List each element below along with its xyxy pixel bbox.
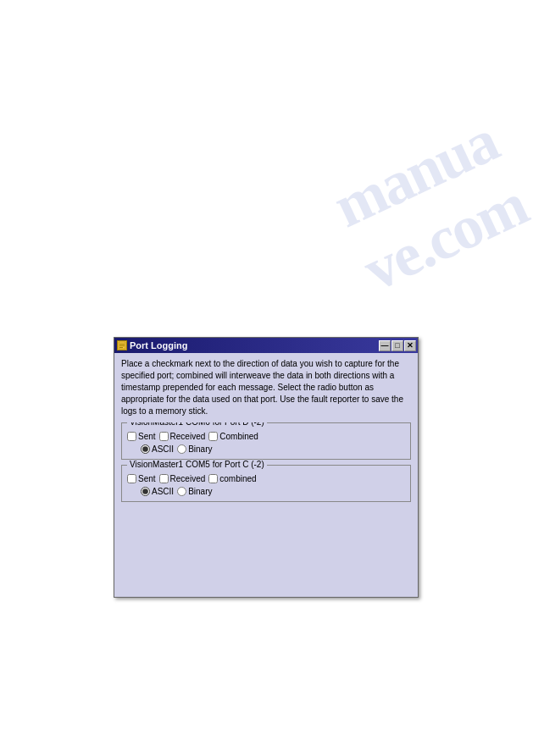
ascii-label-1: ASCII <box>152 444 174 454</box>
group-port-d: VisionMaster1 COM6 for Port D (-2) Sent … <box>121 422 411 460</box>
ascii-input-1[interactable] <box>141 444 150 454</box>
dialog-icon <box>117 340 127 350</box>
checkbox-row-2: Sent Received combined <box>127 474 405 483</box>
received-label-2: Received <box>170 474 206 483</box>
svg-rect-1 <box>119 344 125 345</box>
binary-label-2: Binary <box>188 487 212 496</box>
port-logging-dialog: Port Logging — □ ✕ Place a checkmark nex… <box>114 337 419 598</box>
svg-rect-3 <box>119 347 123 348</box>
minimize-button[interactable]: — <box>379 340 391 351</box>
group-legend-1: VisionMaster1 COM6 for Port D (-2) <box>127 422 267 427</box>
sent-input-2[interactable] <box>127 474 136 483</box>
sent-checkbox-1[interactable]: Sent <box>127 432 156 441</box>
radio-row-2: ASCII Binary <box>141 487 405 496</box>
combined-label-1: Combined <box>219 432 258 441</box>
sent-label-1: Sent <box>138 432 156 441</box>
watermark: manuave.com <box>323 106 533 306</box>
combined-input-1[interactable] <box>208 432 218 441</box>
maximize-button[interactable]: □ <box>391 340 403 351</box>
sent-checkbox-2[interactable]: Sent <box>127 474 156 483</box>
radio-row-1: ASCII Binary <box>141 444 405 454</box>
combined-checkbox-2[interactable]: combined <box>208 474 256 483</box>
sent-input-1[interactable] <box>127 432 136 441</box>
svg-rect-2 <box>119 345 125 346</box>
binary-radio-2[interactable]: Binary <box>177 487 212 496</box>
sent-label-2: Sent <box>138 474 156 483</box>
received-input-2[interactable] <box>159 474 169 483</box>
group-legend-2: VisionMaster1 COM5 for Port C (-2) <box>127 460 267 469</box>
combined-input-2[interactable] <box>208 474 218 483</box>
received-input-1[interactable] <box>159 432 169 441</box>
combined-checkbox-1[interactable]: Combined <box>208 432 258 441</box>
ascii-radio-1[interactable]: ASCII <box>141 444 174 454</box>
dialog-body: Place a checkmark next to the direction … <box>114 353 418 597</box>
scroll-container[interactable]: VisionMaster1 COM6 for Port D (-2) Sent … <box>121 422 411 592</box>
received-label-1: Received <box>170 432 206 441</box>
description-text: Place a checkmark next to the direction … <box>121 358 411 417</box>
received-checkbox-1[interactable]: Received <box>159 432 206 441</box>
checkbox-row-1: Sent Received Combined <box>127 432 405 441</box>
title-bar: Port Logging — □ ✕ <box>114 338 418 353</box>
binary-input-2[interactable] <box>177 487 186 496</box>
combined-label-2: combined <box>219 474 256 483</box>
title-bar-buttons: — □ ✕ <box>379 340 416 351</box>
ascii-input-2[interactable] <box>141 487 150 496</box>
ascii-label-2: ASCII <box>152 487 174 496</box>
received-checkbox-2[interactable]: Received <box>159 474 206 483</box>
binary-input-1[interactable] <box>177 444 186 454</box>
binary-radio-1[interactable]: Binary <box>177 444 212 454</box>
group-port-c: VisionMaster1 COM5 for Port C (-2) Sent … <box>121 465 411 502</box>
ascii-radio-2[interactable]: ASCII <box>141 487 174 496</box>
close-button[interactable]: ✕ <box>404 340 416 351</box>
dialog-title: Port Logging <box>130 340 187 350</box>
title-bar-left: Port Logging <box>117 340 187 350</box>
binary-label-1: Binary <box>188 444 212 454</box>
